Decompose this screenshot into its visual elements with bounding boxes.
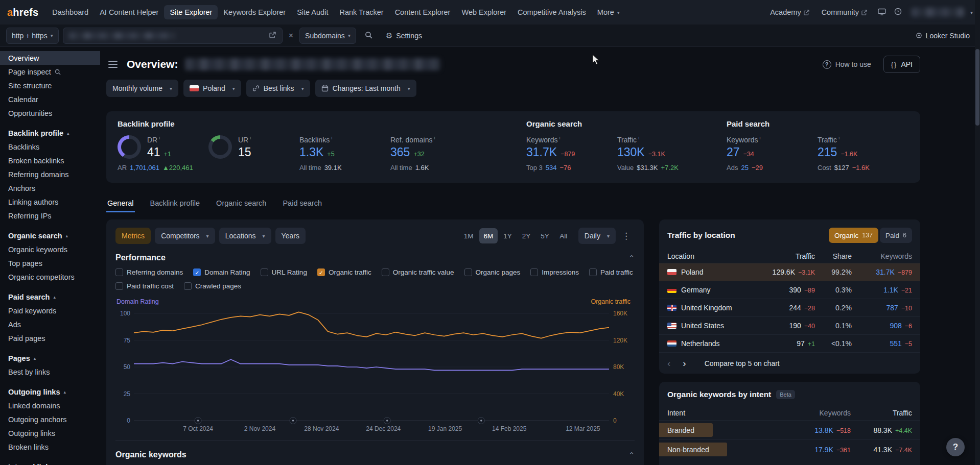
location-row-netherlands[interactable]: Netherlands97+1<0.1%551−5 — [659, 334, 920, 352]
scope-select[interactable]: Subdomains ▾ — [299, 28, 356, 44]
nav-item-content-explorer[interactable]: Content Explorer — [389, 5, 456, 19]
nav-item-web-explorer[interactable]: Web Explorer — [456, 5, 512, 19]
next-page-icon[interactable]: › — [683, 358, 686, 368]
location-row-poland[interactable]: Poland129.6K−3.1K99.2%31.7K−879 — [659, 263, 920, 281]
api-button[interactable]: {} API — [883, 56, 920, 73]
nav-item-keywords-explorer[interactable]: Keywords Explorer — [218, 5, 291, 19]
nav-item-dashboard[interactable]: Dashboard — [46, 5, 94, 19]
sidebar-item-linking-authors[interactable]: Linking authors — [0, 195, 100, 209]
sidebar-item-referring-domains[interactable]: Referring domains — [0, 167, 100, 181]
target-url-input[interactable] — [63, 28, 283, 44]
metric-value-text[interactable]: 365 — [390, 145, 410, 159]
sidebar-item-best-by-links[interactable]: Best by links — [0, 365, 100, 379]
keywords-value[interactable]: 1.1K — [883, 286, 898, 294]
metric-value-text[interactable]: 215 — [818, 145, 837, 159]
chart-button-locations[interactable]: Locations▾ — [219, 228, 271, 244]
toggle-paid[interactable]: Paid6 — [880, 228, 912, 243]
nav-item-site-explorer[interactable]: Site Explorer — [164, 5, 218, 19]
tab-paid-search[interactable]: Paid search — [282, 195, 323, 212]
sidebar-item-paid-pages[interactable]: Paid pages — [0, 331, 100, 345]
open-target-button[interactable] — [267, 30, 278, 42]
column-header-traffic[interactable]: Traffic — [738, 252, 815, 260]
tab-organic-search[interactable]: Organic search — [215, 195, 267, 212]
sidebar-section-pages[interactable]: Pages▴ — [0, 351, 100, 365]
nav-item-more[interactable]: More▾ — [592, 5, 625, 19]
looker-studio-button[interactable]: Looker Studio — [912, 29, 974, 43]
checkbox-organic-traffic[interactable]: ✓Organic traffic — [317, 268, 371, 276]
how-to-use-link[interactable]: ? How to use — [823, 60, 871, 69]
granularity-select[interactable]: Daily ▾ — [578, 228, 616, 244]
column-header-keywords[interactable]: Keywords — [784, 409, 851, 417]
sidebar-item-broken-backlinks[interactable]: Broken backlinks — [0, 154, 100, 167]
range-5y[interactable]: 5Y — [536, 228, 554, 243]
filter-poland[interactable]: Poland▾ — [183, 80, 241, 97]
sidebar-item-overview[interactable]: Overview — [0, 51, 100, 65]
metric-sub-part[interactable]: 534 — [546, 164, 557, 172]
sidebar-item-organic-competitors[interactable]: Organic competitors — [0, 270, 100, 284]
nav-item-ai-content-helper[interactable]: AI Content Helper — [94, 5, 164, 19]
nav-link-community[interactable]: Community — [816, 5, 873, 19]
range-2y[interactable]: 2Y — [518, 228, 535, 243]
filter-changes-last-month[interactable]: Changes: Last month▾ — [315, 80, 416, 97]
metric-value-text[interactable]: 31.7K — [526, 145, 557, 159]
range-all[interactable]: All — [555, 228, 572, 243]
intent-row-non-branded[interactable]: Non-branded17.9K−36141.3K−7.4K — [659, 439, 920, 459]
keywords-value[interactable]: 787 — [886, 304, 898, 312]
checkbox-paid-traffic[interactable]: Paid traffic — [589, 268, 633, 276]
sidebar-section-outgoing-links[interactable]: Outgoing links▴ — [0, 385, 100, 399]
sidebar-item-opportunities[interactable]: Opportunities — [0, 106, 100, 120]
checkbox-impressions[interactable]: Impressions — [530, 268, 579, 276]
sidebar-item-anchors[interactable]: Anchors — [0, 181, 100, 195]
checkbox-paid-traffic-cost[interactable]: Paid traffic cost — [115, 282, 174, 290]
metric-sub-part[interactable]: 1,701,061 — [130, 164, 159, 172]
settings-button[interactable]: ⚙ Settings — [382, 28, 426, 43]
more-options-icon[interactable]: ⋮ — [618, 229, 635, 243]
filter-monthly-volume[interactable]: Monthly volume▾ — [106, 80, 178, 97]
help-button[interactable]: ? — [946, 438, 965, 456]
sidebar-toggle-icon[interactable] — [106, 59, 120, 70]
keywords-value[interactable]: 551 — [890, 339, 901, 348]
performance-chart[interactable]: 100160K75120K5080K2540K007 Oct 20242 Nov… — [115, 307, 635, 436]
column-header-keywords[interactable]: Keywords — [852, 252, 912, 260]
prev-page-icon[interactable]: ‹ — [667, 358, 670, 368]
intent-keywords-value[interactable]: 17.9K — [814, 446, 833, 454]
sidebar-item-organic-keywords[interactable]: Organic keywords — [0, 242, 100, 256]
location-row-germany[interactable]: Germany390−890.3%1.1K−21 — [659, 281, 920, 299]
sidebar-item-site-structure[interactable]: Site structure — [0, 79, 100, 92]
range-1y[interactable]: 1Y — [499, 228, 517, 243]
nav-item-competitive-analysis[interactable]: Competitive Analysis — [512, 5, 592, 19]
sidebar-item-ads[interactable]: Ads — [0, 317, 100, 331]
filter-best-links[interactable]: Best links▾ — [246, 80, 310, 97]
toggle-organic[interactable]: Organic137 — [829, 228, 878, 243]
column-header-location[interactable]: Location — [667, 252, 738, 260]
intent-row-branded[interactable]: Branded13.8K−51888.3K+4.4K — [659, 420, 920, 439]
clear-target-button[interactable]: × — [287, 30, 295, 42]
nav-item-rank-tracker[interactable]: Rank Tracker — [334, 5, 389, 19]
sidebar-item-referring-ips[interactable]: Referring IPs — [0, 209, 100, 223]
metric-value-text[interactable]: 27 — [727, 145, 740, 159]
sidebar-item-linked-domains[interactable]: Linked domains — [0, 399, 100, 412]
tab-backlink-profile[interactable]: Backlink profile — [149, 195, 201, 212]
nav-link-academy[interactable]: Academy — [764, 5, 814, 19]
range-1m[interactable]: 1M — [459, 228, 478, 243]
checkbox-organic-pages[interactable]: Organic pages — [464, 268, 521, 276]
sidebar-item-outgoing-links[interactable]: Outgoing links — [0, 426, 100, 440]
keywords-value[interactable]: 31.7K — [876, 268, 895, 276]
sidebar-item-backlinks[interactable]: Backlinks — [0, 140, 100, 154]
sidebar-item-top-pages[interactable]: Top pages — [0, 256, 100, 270]
sidebar-section-internal-links[interactable]: Internal links▴ — [0, 460, 100, 465]
location-row-united-states[interactable]: United States190−400.1%908−6 — [659, 316, 920, 334]
range-6m[interactable]: 6M — [479, 228, 498, 243]
tab-general[interactable]: General — [106, 195, 135, 212]
display-settings-button[interactable] — [875, 5, 889, 20]
sidebar-item-broken-links[interactable]: Broken links — [0, 440, 100, 454]
protocol-select[interactable]: http + https ▾ — [6, 28, 59, 44]
intent-keywords-value[interactable]: 13.8K — [814, 426, 833, 434]
sidebar-item-paid-keywords[interactable]: Paid keywords — [0, 304, 100, 317]
column-header-intent[interactable]: Intent — [667, 405, 784, 420]
sidebar-section-organic-search[interactable]: Organic search▴ — [0, 229, 100, 242]
chart-button-metrics[interactable]: Metrics — [115, 228, 151, 244]
compare-top5-link[interactable]: Compare top 5 on chart — [705, 359, 780, 368]
history-button[interactable] — [891, 5, 905, 20]
search-button[interactable] — [360, 28, 378, 44]
